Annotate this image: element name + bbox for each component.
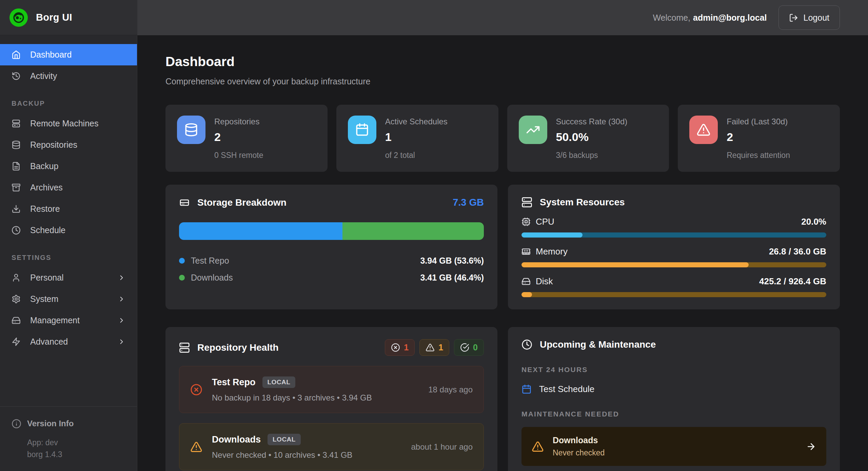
hard-drive-icon xyxy=(521,277,531,286)
alert-triangle-icon xyxy=(689,116,718,144)
card-title: Repository Health xyxy=(197,342,279,353)
sidebar-item-archives[interactable]: Archives xyxy=(0,177,137,198)
error-count: 1 xyxy=(404,343,409,352)
stat-value: 2 xyxy=(727,130,788,144)
trending-up-icon xyxy=(519,116,547,144)
storage-drive-icon xyxy=(179,197,190,208)
maintenance-repo-name: Downloads xyxy=(553,435,605,445)
remote-machines-icon xyxy=(12,119,21,128)
clock-icon xyxy=(521,339,532,350)
warning-count-badge: 1 xyxy=(419,339,449,356)
sidebar-item-label: Advanced xyxy=(30,337,68,347)
sidebar-item-management[interactable]: Management xyxy=(0,310,137,331)
sidebar-item-system[interactable]: System xyxy=(0,288,137,310)
app-name: Borg UI xyxy=(36,12,72,23)
health-item-downloads[interactable]: Downloads LOCAL Never checked • 10 archi… xyxy=(179,423,484,470)
storage-breakdown-card: Storage Breakdown 7.3 GB Test Repo 3.94 … xyxy=(165,185,497,309)
storage-stacked-bar xyxy=(179,222,484,240)
repository-health-card: Repository Health 1 1 0 xyxy=(165,327,497,471)
repo-description: Never checked • 10 archives • 3.41 GB xyxy=(212,450,352,460)
card-title: System Resources xyxy=(540,197,625,208)
hard-drive-icon xyxy=(12,316,21,325)
resource-value: 26.8 / 36.0 GB xyxy=(769,246,826,257)
schedule-name: Test Schedule xyxy=(539,384,594,394)
ok-count-badge: 0 xyxy=(454,339,484,356)
stat-subtext: Requires attention xyxy=(727,151,828,160)
logout-button[interactable]: Logout xyxy=(778,5,840,30)
legend-value: 3.94 GB (53.6%) xyxy=(420,256,484,266)
sidebar-item-label: Backup xyxy=(30,161,58,171)
local-tag: LOCAL xyxy=(268,434,301,445)
storage-legend: Test Repo 3.94 GB (53.6%) Downloads 3.41… xyxy=(179,252,484,286)
stat-label: Failed (Last 30d) xyxy=(727,116,788,126)
sidebar-item-label: Schedule xyxy=(30,225,65,235)
borg-logo-icon xyxy=(9,8,28,27)
resource-label: Disk xyxy=(536,276,553,287)
next-24-hours-label: NEXT 24 HOURS xyxy=(521,366,826,374)
sidebar-item-schedule[interactable]: Schedule xyxy=(0,220,137,241)
info-icon xyxy=(12,419,21,429)
check-circle-icon xyxy=(460,343,469,352)
top-bar: Welcome,admin@borg.local Logout xyxy=(137,0,868,35)
chevron-right-icon xyxy=(118,295,125,303)
health-item-test-repo[interactable]: Test Repo LOCAL No backup in 18 days • 3… xyxy=(179,366,484,413)
history-icon xyxy=(12,71,21,81)
maintenance-needed-label: MAINTENANCE NEEDED xyxy=(521,410,826,418)
stat-cards-row: Repositories 2 0 SSH remote Active Sched… xyxy=(165,105,840,172)
arrow-right-icon xyxy=(806,442,816,452)
chevron-right-icon xyxy=(118,274,125,282)
chevron-right-icon xyxy=(118,338,125,346)
legend-row: Downloads 3.41 GB (46.4%) xyxy=(179,269,484,286)
clock-icon xyxy=(12,226,21,235)
memory-progress-fill xyxy=(521,262,749,267)
sidebar-item-activity[interactable]: Activity xyxy=(0,65,137,87)
sidebar-section-backup: BACKUP xyxy=(0,100,137,107)
legend-dot xyxy=(179,258,185,264)
sidebar-section-settings: SETTINGS xyxy=(0,254,137,262)
resource-row-cpu: CPU 20.0% xyxy=(521,216,826,238)
stat-subtext: 0 SSH remote xyxy=(214,151,316,160)
cards-row-1: Storage Breakdown 7.3 GB Test Repo 3.94 … xyxy=(165,185,840,309)
stat-card-repositories: Repositories 2 0 SSH remote xyxy=(165,105,328,172)
local-tag: LOCAL xyxy=(262,376,296,388)
logout-icon xyxy=(789,13,798,22)
stat-card-failed: Failed (Last 30d) 2 Requires attention xyxy=(678,105,840,172)
database-icon xyxy=(12,140,21,149)
maintenance-item-downloads[interactable]: Downloads Never checked xyxy=(521,427,826,466)
sidebar-item-restore[interactable]: Restore xyxy=(0,198,137,220)
sidebar-item-dashboard[interactable]: Dashboard xyxy=(0,44,137,65)
schedule-row-test-schedule: Test Schedule xyxy=(521,384,826,394)
sidebar-item-advanced[interactable]: Advanced xyxy=(0,331,137,352)
server-icon xyxy=(179,342,190,353)
version-app-line: App: dev xyxy=(27,437,125,449)
disk-progress-bar xyxy=(521,292,826,297)
sidebar-item-remote-machines[interactable]: Remote Machines xyxy=(0,113,137,134)
calendar-icon xyxy=(521,384,532,394)
user-email: admin@borg.local xyxy=(693,13,767,22)
chevron-right-icon xyxy=(118,316,125,324)
sidebar-item-backup[interactable]: Backup xyxy=(0,156,137,177)
ok-count: 0 xyxy=(473,343,478,352)
legend-name: Downloads xyxy=(191,273,233,283)
page-subtitle: Comprehensive overview of your backup in… xyxy=(165,77,840,86)
welcome-prefix: Welcome, xyxy=(653,13,690,22)
alert-triangle-icon xyxy=(190,441,202,453)
logout-label: Logout xyxy=(804,13,829,23)
repositories-stat-icon xyxy=(177,116,205,144)
version-borg-line: borg 1.4.3 xyxy=(27,449,125,461)
x-circle-icon xyxy=(190,384,202,396)
sidebar-item-label: Management xyxy=(30,315,80,325)
stat-subtext: 3/6 backups xyxy=(556,151,658,160)
sidebar-item-personal[interactable]: Personal xyxy=(0,267,137,288)
storage-total: 7.3 GB xyxy=(453,197,484,208)
page-title: Dashboard xyxy=(165,54,840,69)
resource-label: CPU xyxy=(536,217,554,227)
legend-dot xyxy=(179,275,185,281)
sidebar-item-label: Restore xyxy=(30,204,60,214)
cpu-icon xyxy=(521,217,531,226)
sidebar-item-label: System xyxy=(30,294,58,304)
sidebar-item-label: Remote Machines xyxy=(30,119,98,128)
calendar-stat-icon xyxy=(348,116,376,144)
sidebar-item-repositories[interactable]: Repositories xyxy=(0,134,137,156)
sidebar-item-label: Personal xyxy=(30,273,64,283)
